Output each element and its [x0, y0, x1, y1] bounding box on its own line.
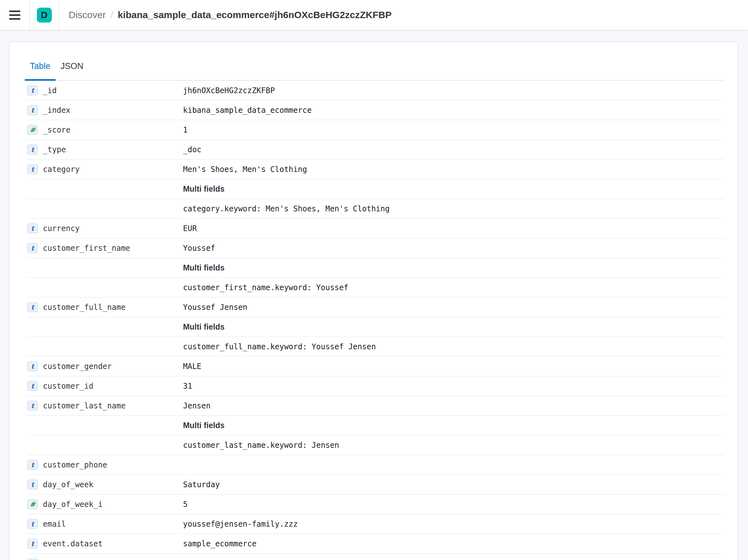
text-type-icon: t — [27, 302, 38, 312]
field-value: 1 — [183, 125, 724, 135]
breadcrumb-separator: / — [110, 10, 113, 20]
field-value: Saturday — [183, 480, 724, 489]
table-row: Multi fields — [27, 416, 724, 436]
text-type-icon: t — [27, 361, 38, 371]
field-value: EUR — [183, 224, 724, 233]
tab-table[interactable]: Table — [25, 52, 55, 80]
multi-field-keyword-value: customer_full_name.keyword: Youssef Jens… — [183, 342, 724, 351]
text-type-icon: t — [27, 460, 38, 470]
table-row: # day_of_week_i 5 — [27, 494, 724, 514]
breadcrumb-discover[interactable]: Discover — [69, 9, 106, 20]
number-type-icon: # — [27, 499, 38, 509]
multi-fields-label: Multi fields — [183, 184, 724, 193]
table-row: t customer_last_name Jensen — [27, 396, 724, 416]
table-row: t day_of_week Saturday — [27, 475, 724, 494]
field-value: Men's Shoes, Men's Clothing — [183, 165, 724, 174]
text-type-icon: t — [27, 243, 38, 253]
number-type-icon: # — [27, 125, 38, 135]
field-name: day_of_week_i — [43, 500, 183, 509]
field-name: _index — [43, 106, 183, 115]
field-name: day_of_week — [43, 480, 183, 489]
discover-logo: D — [37, 8, 52, 23]
table-row: t customer_full_name Youssef Jensen — [27, 298, 724, 317]
breadcrumb-doc-title: kibana_sample_data_ecommerce#jh6nOXcBeHG… — [118, 9, 392, 20]
field-name: customer_gender — [43, 362, 183, 371]
multi-field-keyword-value: category.keyword: Men's Shoes, Men's Clo… — [183, 204, 724, 213]
view-mode-tabs: Table JSON — [25, 52, 724, 81]
text-type-icon: t — [27, 164, 38, 174]
table-row: t event.dataset sample_ecommerce — [27, 534, 724, 554]
field-value: _doc — [183, 145, 724, 154]
table-row: customer_first_name.keyword: Youssef — [27, 278, 724, 298]
table-row: t _id jh6nOXcBeHG2zczZKFBP — [27, 81, 724, 100]
field-name: customer_first_name — [43, 244, 183, 253]
table-row: t _index kibana_sample_data_ecommerce — [27, 100, 724, 120]
table-row: customer_full_name.keyword: Youssef Jens… — [27, 337, 724, 357]
text-type-icon: t — [27, 145, 38, 155]
text-type-icon: t — [27, 105, 38, 115]
field-value: youssef@jensen-family.zzz — [183, 520, 724, 529]
multi-fields-label: Multi fields — [183, 263, 724, 272]
doc-viewer-table: t _id jh6nOXcBeHG2zczZKFBP t _index kiba… — [27, 81, 724, 560]
text-type-icon: t — [27, 381, 38, 391]
text-type-icon: t — [27, 401, 38, 411]
multi-fields-label: Multi fields — [183, 322, 724, 331]
field-name: customer_id — [43, 382, 183, 391]
table-row: t currency EUR — [27, 219, 724, 238]
multi-field-keyword-value: customer_last_name.keyword: Jensen — [183, 441, 724, 450]
breadcrumb: Discover / kibana_sample_data_ecommerce#… — [69, 0, 392, 30]
field-name: _id — [43, 86, 183, 95]
table-row: t _type _doc — [27, 140, 724, 160]
table-row: # _score 1 — [27, 120, 724, 140]
field-name: email — [43, 520, 183, 529]
table-row: t email youssef@jensen-family.zzz — [27, 514, 724, 534]
field-name: category — [43, 165, 183, 174]
text-type-icon: t — [27, 86, 38, 95]
table-row: t customer_first_name Youssef — [27, 238, 724, 258]
multi-fields-label: Multi fields — [183, 421, 724, 430]
text-type-icon: t — [27, 559, 38, 560]
field-name: customer_full_name — [43, 303, 183, 312]
table-row: Multi fields — [27, 258, 724, 278]
text-type-icon: t — [27, 519, 38, 529]
hamburger-menu-button[interactable] — [0, 0, 29, 30]
text-type-icon: t — [27, 224, 38, 233]
multi-field-keyword-value: customer_first_name.keyword: Youssef — [183, 283, 724, 292]
table-row: Multi fields — [27, 179, 724, 199]
field-name: currency — [43, 224, 183, 233]
text-type-icon: t — [27, 480, 38, 489]
table-row: customer_last_name.keyword: Jensen — [27, 436, 724, 455]
tab-json[interactable]: JSON — [55, 52, 89, 80]
table-row: t customer_gender MALE — [27, 357, 724, 376]
field-value: Youssef Jensen — [183, 303, 724, 312]
text-type-icon: t — [27, 539, 38, 549]
field-value: Jensen — [183, 401, 724, 410]
document-detail-panel: Table JSON t _id jh6nOXcBeHG2zczZKFBP t … — [9, 42, 738, 560]
field-value: Youssef — [183, 244, 724, 253]
field-name: _score — [43, 125, 183, 135]
field-name: event.dataset — [43, 539, 183, 548]
table-row: Multi fields — [27, 317, 724, 337]
table-row: category.keyword: Men's Shoes, Men's Clo… — [27, 199, 724, 219]
table-row: t — [27, 554, 724, 560]
field-value: sample_ecommerce — [183, 539, 724, 548]
menu-icon — [9, 10, 20, 20]
app-header: D Discover / kibana_sample_data_ecommerc… — [0, 0, 748, 30]
table-row: t category Men's Shoes, Men's Clothing — [27, 160, 724, 179]
field-value: jh6nOXcBeHG2zczZKFBP — [183, 86, 724, 95]
discover-app-button[interactable]: D — [29, 0, 59, 30]
field-value: 5 — [183, 500, 724, 509]
table-row: t customer_phone — [27, 455, 724, 475]
field-name: _type — [43, 145, 183, 154]
field-value: 31 — [183, 382, 724, 391]
field-name: customer_phone — [43, 461, 183, 469]
field-value: MALE — [183, 362, 724, 371]
table-row: t customer_id 31 — [27, 376, 724, 396]
field-name: customer_last_name — [43, 401, 183, 410]
field-value: kibana_sample_data_ecommerce — [183, 106, 724, 115]
